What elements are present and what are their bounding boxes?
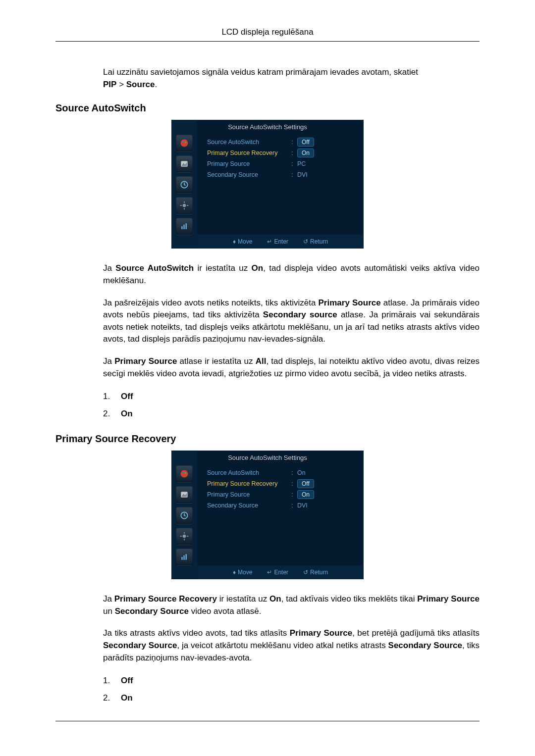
osd-screenshot-1: Source AutoSwitch Settings Source AutoSw… bbox=[55, 120, 480, 249]
move-hint: ♦ Move bbox=[233, 569, 252, 576]
osd-value: PC bbox=[297, 160, 357, 167]
list-num: 2. bbox=[103, 691, 112, 706]
return-hint: ↺ Return bbox=[303, 238, 328, 245]
osd-sidebar bbox=[171, 120, 197, 249]
svg-point-14 bbox=[181, 470, 188, 478]
osd-label: Primary Source Recovery bbox=[207, 150, 291, 156]
svg-point-15 bbox=[182, 472, 184, 473]
enter-hint: ↵ Enter bbox=[267, 238, 288, 245]
osd-panel: Source AutoSwitch Settings Source AutoSw… bbox=[171, 120, 364, 249]
osd-label: Primary Source bbox=[207, 160, 291, 167]
osd-panel: Source AutoSwitch Settings Source AutoSw… bbox=[171, 451, 364, 579]
osd-value: Off bbox=[297, 138, 357, 147]
osd-row: Secondary Source : DVI bbox=[207, 169, 357, 180]
intro-source: Source bbox=[126, 80, 155, 89]
list-num: 2. bbox=[103, 407, 112, 421]
osd-row: Source AutoSwitch : On bbox=[207, 467, 357, 478]
svg-rect-13 bbox=[186, 223, 187, 229]
osd-value: DVI bbox=[297, 502, 357, 509]
svg-rect-11 bbox=[181, 226, 183, 229]
list-value: Off bbox=[121, 390, 133, 404]
list-num: 1. bbox=[103, 390, 112, 404]
osd-value: Off bbox=[297, 479, 357, 488]
osd-footer: ♦ Move ↵ Enter ↺ Return bbox=[197, 235, 364, 249]
intro-paragraph: Lai uzzinātu savietojamos signāla veidus… bbox=[103, 66, 480, 91]
osd-label: Primary Source bbox=[207, 491, 291, 498]
list-num: 1. bbox=[103, 674, 112, 688]
osd-row: Primary Source : PC bbox=[207, 158, 357, 169]
return-hint: ↺ Return bbox=[303, 569, 328, 576]
svg-point-0 bbox=[181, 140, 188, 147]
list-item: 1. Off bbox=[103, 390, 480, 404]
list-value: Off bbox=[121, 674, 133, 688]
gear-icon bbox=[176, 197, 193, 214]
paragraph: Ja Primary Source Recovery ir iestatīta … bbox=[103, 593, 480, 617]
section-title-source-autoswitch: Source AutoSwitch bbox=[55, 102, 480, 114]
svg-point-20 bbox=[183, 535, 186, 538]
paragraph: Ja Source AutoSwitch ir iestatīta uz On,… bbox=[103, 262, 480, 287]
paragraph: Ja Primary Source atlase ir iestatīta uz… bbox=[103, 355, 480, 380]
osd-label: Source AutoSwitch bbox=[207, 139, 291, 146]
svg-rect-25 bbox=[181, 557, 183, 560]
osd-body: Source AutoSwitch : Off Primary Source R… bbox=[197, 120, 364, 249]
paragraph: Ja pašreizējais video avots netiks notei… bbox=[103, 297, 480, 346]
svg-rect-12 bbox=[183, 225, 185, 229]
list-item: 2. On bbox=[103, 691, 480, 706]
move-hint: ♦ Move bbox=[233, 238, 252, 245]
gear-icon bbox=[176, 528, 193, 545]
enter-hint: ↵ Enter bbox=[267, 569, 288, 576]
osd-label: Source AutoSwitch bbox=[207, 469, 291, 476]
footer-rule bbox=[55, 721, 480, 721]
osd-body: Source AutoSwitch : On Primary Source Re… bbox=[197, 451, 364, 579]
osd-row: Primary Source Recovery : On bbox=[207, 148, 357, 158]
osd-value: On bbox=[297, 490, 357, 499]
svg-point-6 bbox=[183, 204, 186, 207]
section-title-primary-source-recovery: Primary Source Recovery bbox=[55, 433, 480, 445]
osd-row: Source AutoSwitch : Off bbox=[207, 137, 357, 148]
list-value: On bbox=[121, 691, 133, 706]
svg-rect-27 bbox=[186, 554, 187, 560]
svg-rect-26 bbox=[183, 555, 185, 560]
picture-icon bbox=[176, 155, 193, 172]
clock-icon bbox=[176, 507, 193, 524]
osd-value: DVI bbox=[297, 171, 357, 178]
osd-label: Primary Source Recovery bbox=[207, 480, 291, 487]
intro-pip: PIP bbox=[103, 80, 116, 89]
page: LCD displeja regulēšana Lai uzzinātu sav… bbox=[0, 0, 535, 756]
palette-icon bbox=[176, 135, 193, 151]
list-value: On bbox=[121, 407, 133, 421]
osd-row: Primary Source Recovery : Off bbox=[207, 478, 357, 489]
paragraph: Ja tiks atrasts aktīvs video avots, tad … bbox=[103, 627, 480, 664]
svg-point-1 bbox=[182, 141, 184, 143]
osd-row: Secondary Source : DVI bbox=[207, 500, 357, 511]
picture-icon bbox=[176, 486, 193, 503]
svg-point-2 bbox=[185, 142, 186, 143]
osd-value: On bbox=[297, 469, 357, 476]
list-item: 2. On bbox=[103, 407, 480, 421]
clock-icon bbox=[176, 176, 193, 193]
osd-label: Secondary Source bbox=[207, 502, 291, 509]
svg-point-16 bbox=[185, 472, 186, 474]
osd-screenshot-2: Source AutoSwitch Settings Source AutoSw… bbox=[55, 451, 480, 579]
osd-footer: ♦ Move ↵ Enter ↺ Return bbox=[197, 565, 364, 579]
chart-icon bbox=[176, 549, 193, 565]
osd-sidebar bbox=[171, 451, 197, 579]
list-item: 1. Off bbox=[103, 674, 480, 688]
osd-value: On bbox=[297, 149, 357, 157]
osd-label: Secondary Source bbox=[207, 171, 291, 178]
intro-period: . bbox=[155, 80, 157, 89]
osd-row: Primary Source : On bbox=[207, 489, 357, 500]
intro-gt: > bbox=[116, 80, 126, 89]
palette-icon bbox=[176, 465, 193, 482]
page-header: LCD displeja regulēšana bbox=[55, 27, 480, 42]
intro-line1: Lai uzzinātu savietojamos signāla veidus… bbox=[103, 67, 418, 77]
chart-icon bbox=[176, 218, 193, 235]
